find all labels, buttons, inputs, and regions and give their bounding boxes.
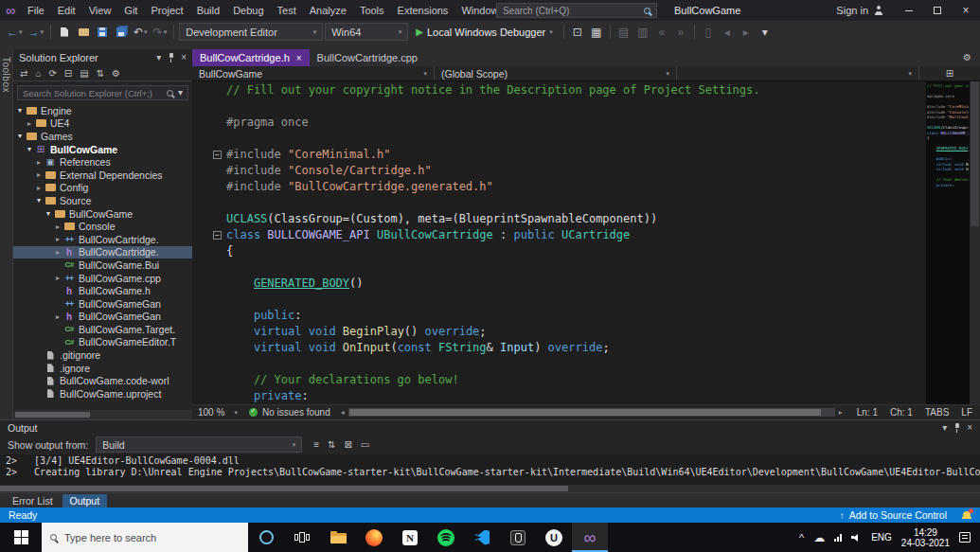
refresh-icon[interactable]: ⟳	[48, 69, 56, 79]
scroll-right-icon[interactable]: ▸	[836, 408, 846, 417]
code-line[interactable]: −class BULLCOWGAME_API UBullCowCartridge…	[192, 227, 926, 243]
fold-collapse-icon[interactable]: −	[213, 231, 222, 240]
panel-tab-output[interactable]: Output	[62, 494, 108, 507]
navigate-forward-icon[interactable]: →▾	[27, 23, 46, 42]
vscode-taskbar-button[interactable]	[464, 523, 500, 552]
code-line[interactable]: #pragma once	[192, 115, 926, 131]
tree-item-references[interactable]: ▸▣References	[13, 155, 192, 169]
sign-in-button[interactable]: Sign in	[825, 5, 895, 16]
unreal-taskbar-button[interactable]: U	[536, 523, 572, 552]
solution-configuration-dropdown[interactable]: Development Editor▾	[179, 23, 323, 41]
toolbox-tab[interactable]: Toolbox	[0, 49, 12, 419]
attach-process-icon[interactable]: ⊡	[569, 23, 586, 42]
start-button[interactable]	[0, 523, 42, 552]
autoscroll-icon[interactable]: ⇅	[328, 440, 335, 450]
properties-icon[interactable]: ⚙	[112, 69, 120, 79]
tree-item-gitignore[interactable]: .gitignore	[13, 348, 192, 362]
toolbar-overflow-icon[interactable]: ▾	[757, 23, 774, 42]
show-all-files-icon[interactable]: ▤	[80, 69, 88, 79]
document-health-indicator[interactable]: No issues found	[243, 407, 336, 418]
menu-edit[interactable]: Edit	[51, 0, 82, 21]
code-line[interactable]	[192, 98, 926, 115]
expand-arrow-icon[interactable]: ▸	[53, 248, 62, 257]
clock[interactable]: 14:29 24-03-2021	[901, 527, 950, 548]
code-line[interactable]	[192, 259, 926, 276]
tree-item-games[interactable]: ▾Games	[13, 130, 192, 143]
maximize-button[interactable]	[923, 0, 952, 21]
code-line[interactable]: virtual void BeginPlay() override;	[192, 324, 926, 340]
tree-item-ue4[interactable]: ▸UE4	[13, 117, 192, 131]
tab-bullcowcartridge-h[interactable]: BullCowCartridge.h×	[192, 49, 310, 66]
code-line[interactable]: −#include "CoreMinimal.h"	[192, 147, 926, 163]
tree-item-ignore[interactable]: .ignore	[13, 362, 192, 375]
minimize-button[interactable]	[895, 0, 923, 21]
chevron-down-icon[interactable]: ▾	[178, 88, 183, 98]
onedrive-cloud-icon[interactable]: ☁	[813, 531, 825, 544]
scrollbar-thumb[interactable]	[15, 412, 90, 418]
notifications-bell-icon[interactable]	[962, 510, 971, 521]
tree-item-bullcowgame-code-worl[interactable]: BullCowGame.code-worl	[13, 374, 192, 387]
code-line[interactable]: private:	[192, 388, 926, 404]
menu-analyze[interactable]: Analyze	[303, 0, 353, 21]
code-line[interactable]: // Fill out your copyright notice in the…	[192, 82, 926, 98]
menu-git[interactable]: Git	[117, 0, 144, 21]
code-line[interactable]	[192, 292, 926, 308]
tree-item-console[interactable]: ▸Console	[13, 220, 192, 233]
quick-search-box[interactable]: Search (Ctrl+Q)	[496, 3, 657, 18]
sidebar-horizontal-scrollbar[interactable]	[13, 410, 192, 419]
network-icon[interactable]	[834, 534, 842, 542]
home-icon[interactable]: ⌂	[35, 69, 41, 79]
expand-arrow-icon[interactable]: ▸	[25, 119, 34, 128]
expand-arrow-icon[interactable]: ▸	[53, 235, 62, 243]
tree-item-source[interactable]: ▾Source	[13, 194, 192, 207]
word-wrap-icon[interactable]: ▭	[361, 440, 369, 450]
code-line[interactable]: // Your declarations go below!	[192, 372, 926, 388]
solution-search-box[interactable]: Search Solution Explorer (Ctrl+;) ▾	[17, 85, 188, 100]
cortana-taskbar-button[interactable]	[248, 523, 284, 552]
save-icon[interactable]	[94, 23, 111, 42]
scrollbar-thumb[interactable]	[349, 409, 822, 416]
tree-item-engine[interactable]: ▾Engine	[13, 104, 192, 117]
tree-item-bullcowgamegan[interactable]: ▸hBullCowGameGan	[13, 311, 192, 324]
close-button[interactable]: ×	[952, 0, 980, 21]
menu-file[interactable]: File	[21, 0, 51, 21]
expand-arrow-icon[interactable]: ▸	[53, 223, 62, 231]
tree-item-bullcowgameeditor-t[interactable]: C#BullCowGameEditor.T	[13, 336, 192, 349]
next-bookmark-icon[interactable]: ▸	[738, 23, 755, 42]
menu-view[interactable]: View	[82, 0, 118, 21]
switch-views-icon[interactable]: ⇄	[20, 69, 27, 79]
tree-item-external-dependencies[interactable]: ▸External Dependencies	[13, 169, 192, 182]
sync-active-document-icon[interactable]: ⇅	[97, 69, 104, 79]
save-all-icon[interactable]	[113, 23, 130, 42]
epic-games-taskbar-button[interactable]	[500, 523, 536, 552]
solution-platform-dropdown[interactable]: Win64▾	[325, 23, 408, 41]
expand-arrow-icon[interactable]: ▸	[34, 158, 44, 167]
zoom-control[interactable]: 100 %▾	[192, 407, 243, 418]
pin-icon[interactable]	[168, 53, 174, 62]
pin-icon[interactable]	[953, 423, 960, 433]
collapse-arrow-icon[interactable]: ▾	[34, 196, 44, 205]
menu-build[interactable]: Build	[190, 0, 226, 21]
member-dropdown[interactable]: ▾	[677, 66, 919, 80]
expand-arrow-icon[interactable]: ▸	[53, 274, 62, 282]
menu-project[interactable]: Project	[144, 0, 189, 21]
open-file-icon[interactable]	[75, 23, 92, 42]
language-indicator[interactable]: ENG	[871, 532, 892, 543]
increase-indent-icon[interactable]: »	[672, 23, 689, 42]
menu-tools[interactable]: Tools	[353, 0, 391, 21]
output-log[interactable]: 2> [3/4] UE4Editor-BullCowGame-0004.dll2…	[0, 454, 980, 485]
scrollbar-track[interactable]	[348, 408, 835, 417]
volume-icon[interactable]	[851, 533, 862, 542]
redo-icon[interactable]: ↷▾	[151, 23, 169, 42]
visual-studio-taskbar-button[interactable]: ∞	[572, 523, 608, 552]
file-explorer-taskbar-button[interactable]	[320, 523, 356, 552]
code-line[interactable]: {	[192, 243, 926, 259]
tree-item-bullcowgame-uproject[interactable]: BullCowGame.uproject	[13, 387, 192, 401]
code-line[interactable]: virtual void OnInput(const FString& Inpu…	[192, 340, 926, 356]
tree-item-bullcowgame-bui[interactable]: C#BullCowGame.Bui	[13, 258, 192, 272]
tree-item-bullcowcartridge[interactable]: ▸++BullCowCartridge.	[13, 233, 192, 246]
collapse-arrow-icon[interactable]: ▾	[25, 145, 34, 153]
menu-extensions[interactable]: Extensions	[391, 0, 455, 21]
navigate-back-icon[interactable]: ←▾	[5, 23, 25, 42]
vertical-scrollbar[interactable]	[970, 81, 980, 404]
